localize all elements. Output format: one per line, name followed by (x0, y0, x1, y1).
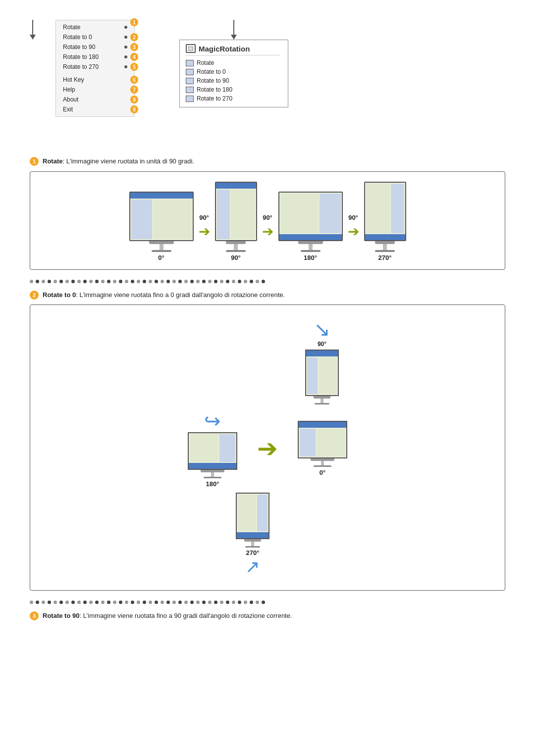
feature-1-diagram: 0° 90° ➔ 90° 90° ➔ (30, 171, 505, 270)
arrow-90-to-180: ➔ (262, 223, 273, 240)
magic-item-rotate0: Rotate to 0 (186, 67, 280, 76)
feature-2-header: 2 Rotate to 0: L'immagine viene ruotata … (30, 290, 505, 300)
arrow-180-to-270: ➔ (348, 223, 359, 240)
menu-item-exit[interactable]: Exit (63, 106, 127, 113)
magic-rotation-window: MagicRotation Rotate Rotate to 0 Rotate … (179, 40, 288, 107)
feature-3-badge: 3 (30, 611, 39, 620)
dots-separator-2 (30, 601, 505, 604)
context-menu: Rotate 1 Rotate to 0 2 Rotate to 90 3 Ro… (55, 20, 135, 117)
magic-item-rotate90: Rotate to 90 (186, 76, 280, 85)
rotate-monitor-row: 0° 90° ➔ 90° 90° ➔ (38, 180, 497, 261)
magic-item-rotate: Rotate (186, 58, 280, 67)
menu-item-rotate180[interactable]: Rotate to 180 (63, 53, 121, 60)
monitor-180deg: 180° (278, 190, 343, 261)
dots-separator-1 (30, 280, 505, 283)
feature-2-desc: Rotate to 0: L'immagine viene ruotata fi… (43, 290, 285, 300)
feature-1-badge: 1 (30, 157, 39, 166)
feature-2-badge: 2 (30, 291, 39, 300)
feature-rotate90: 3 Rotate to 90: L'immagine viene ruotata… (30, 611, 505, 621)
menu-item-rotate0[interactable]: Rotate to 0 (63, 34, 121, 41)
monitor-270deg: 270° (364, 180, 406, 261)
magic-item-rotate270: Rotate to 270 (186, 94, 280, 103)
feature-2-diagram: ↙ 90° ↪ (30, 304, 505, 591)
monitor-90-small (305, 350, 339, 404)
monitor-90deg: 90° (215, 180, 257, 261)
monitor-180-small (188, 432, 237, 478)
feature-3-header: 3 Rotate to 90: L'immagine viene ruotata… (30, 611, 505, 621)
feature-rotate: 1 Rotate: L'immagine viene ruotata in un… (30, 156, 505, 270)
menu-item-help[interactable]: Help (63, 86, 127, 93)
feature-1-header: 1 Rotate: L'immagine viene ruotata in un… (30, 156, 505, 166)
monitor-0deg: 0° (129, 190, 194, 261)
menu-item-rotate[interactable]: Rotate (63, 24, 121, 31)
monitor-270-small (236, 493, 269, 548)
feature-1-desc: Rotate: L'immagine viene ruotata in unit… (43, 156, 194, 166)
magic-item-rotate180: Rotate to 180 (186, 85, 280, 94)
monitor-0-small (298, 421, 347, 467)
green-arrow-right: ➔ (257, 434, 278, 463)
arrow-0-to-90: ➔ (199, 223, 210, 240)
menu-item-rotate90[interactable]: Rotate to 90 (63, 44, 121, 50)
menu-item-rotate270[interactable]: Rotate to 270 (63, 63, 121, 70)
feature-rotate0: 2 Rotate to 0: L'immagine viene ruotata … (30, 290, 505, 591)
feature-3-desc: Rotate to 90: L'immagine viene ruotata f… (43, 611, 292, 621)
top-section: Rotate 1 Rotate to 0 2 Rotate to 90 3 Ro… (30, 20, 505, 117)
menu-item-hotkey[interactable]: Hot Key (63, 76, 127, 83)
magic-title: MagicRotation (186, 44, 280, 55)
menu-item-about[interactable]: About (63, 96, 127, 103)
